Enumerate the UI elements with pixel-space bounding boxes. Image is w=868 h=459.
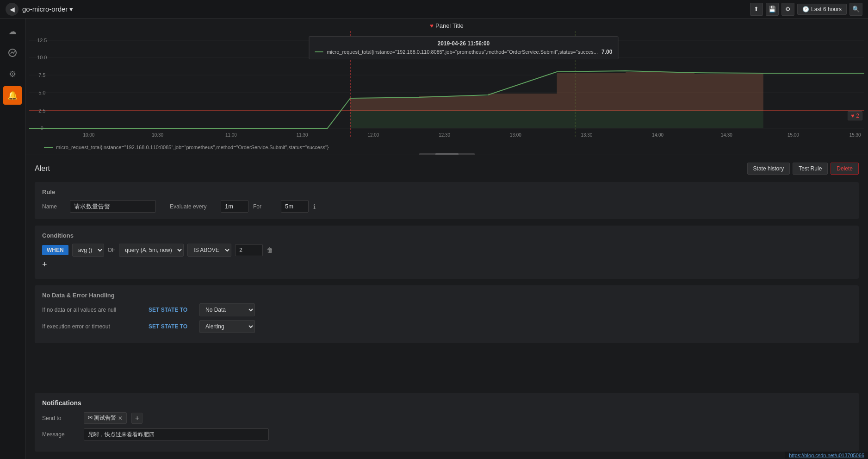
- svg-text:15:30: 15:30: [849, 132, 861, 138]
- top-bar: ◀ go-micro-order ▾ ⬆ 💾 ⚙ 🕐 Last 6 hours …: [0, 0, 868, 19]
- app-name-text: go-micro-order: [22, 5, 68, 13]
- svg-text:14:30: 14:30: [721, 132, 732, 138]
- svg-text:14:00: 14:00: [652, 132, 663, 138]
- info-icon[interactable]: ℹ: [313, 203, 316, 210]
- time-range-label: Last 6 hours: [811, 6, 842, 13]
- add-condition-row: +: [42, 260, 851, 269]
- svg-text:10:30: 10:30: [152, 132, 163, 138]
- svg-text:7.5: 7.5: [38, 72, 45, 78]
- for-input[interactable]: [281, 200, 309, 213]
- back-button[interactable]: ◀: [6, 3, 19, 16]
- message-label: Message: [42, 431, 79, 438]
- svg-text:13:00: 13:00: [510, 132, 521, 138]
- app-title: go-micro-order ▾: [22, 5, 73, 13]
- rule-name-label: Name: [42, 203, 65, 210]
- heart-badge-count: 2: [856, 113, 859, 119]
- message-row: Message: [42, 428, 851, 440]
- svg-text:13:30: 13:30: [581, 132, 593, 138]
- svg-text:15:00: 15:00: [787, 132, 799, 138]
- nodata-block: No Data & Error Handling If no data or a…: [35, 285, 859, 343]
- svg-text:10:00: 10:00: [83, 132, 95, 138]
- sidebar: ☁ ⚙ 🔔: [0, 19, 25, 459]
- func-select[interactable]: avg (): [72, 244, 104, 257]
- of-label: OF: [108, 247, 116, 253]
- nodata-row-1: If no data or all values are null SET ST…: [42, 303, 851, 316]
- query-select[interactable]: query (A, 5m, now): [119, 244, 184, 257]
- status-url: https://blog.csdn.net/u013705066: [789, 453, 864, 458]
- condition-delete-button[interactable]: 🗑: [267, 246, 273, 254]
- sidebar-item-chart[interactable]: [3, 44, 22, 62]
- tag-value: ✉ 测试告警: [88, 414, 116, 422]
- time-range-button[interactable]: 🕐 Last 6 hours: [797, 4, 847, 15]
- legend-text: micro_request_total{instance="192.168.0.…: [56, 145, 329, 150]
- share-button[interactable]: ⬆: [750, 3, 763, 16]
- threshold-input[interactable]: [235, 244, 263, 256]
- settings-button[interactable]: ⚙: [781, 3, 794, 16]
- content-area: ♥ Panel Title 2019-04-26 11:56:00 micro_…: [25, 19, 868, 459]
- delete-button[interactable]: Delete: [831, 163, 859, 175]
- top-bar-right: ⬆ 💾 ⚙ 🕐 Last 6 hours 🔍: [750, 3, 862, 16]
- tag-close-button[interactable]: ✕: [118, 415, 123, 421]
- notifications-block: Notifications Send to ✉ 测试告警 ✕ + Message: [35, 393, 859, 452]
- top-bar-left: ◀ go-micro-order ▾: [6, 3, 73, 16]
- alert-section-title: Alert: [35, 164, 50, 173]
- tooltip-line-indicator: [315, 51, 323, 52]
- heart-icon-badge: ♥: [851, 113, 854, 119]
- add-notification-button[interactable]: +: [131, 413, 143, 424]
- rule-block: Rule Name Evaluate every For ℹ: [35, 182, 859, 219]
- evaluate-input[interactable]: [221, 200, 248, 213]
- nodata-row1-label: If no data or all values are null: [42, 307, 144, 313]
- state-history-button[interactable]: State history: [747, 163, 790, 175]
- sidebar-item-cloud[interactable]: ☁: [3, 22, 22, 41]
- rule-block-title: Rule: [42, 189, 851, 195]
- send-to-label: Send to: [42, 415, 79, 421]
- svg-text:12:00: 12:00: [367, 132, 379, 138]
- rule-row: Name Evaluate every For ℹ: [42, 200, 851, 213]
- svg-text:2.5: 2.5: [38, 108, 45, 113]
- svg-text:12.5: 12.5: [37, 38, 47, 43]
- chart-tooltip: 2019-04-26 11:56:00 micro_request_total{…: [309, 36, 618, 59]
- status-bar[interactable]: https://blog.csdn.net/u013705066: [785, 452, 868, 459]
- alert-header: Alert State history Test Rule Delete: [35, 163, 859, 175]
- sidebar-item-alerts[interactable]: 🔔: [3, 86, 22, 105]
- svg-text:12:30: 12:30: [439, 132, 450, 138]
- conditions-title: Conditions: [42, 232, 851, 239]
- heart-icon: ♥: [430, 22, 434, 29]
- nodata-row2-label: If execution error or timeout: [42, 323, 144, 330]
- search-button[interactable]: 🔍: [849, 3, 862, 16]
- notifications-title: Notifications: [42, 399, 851, 407]
- dropdown-icon[interactable]: ▾: [69, 5, 73, 13]
- set-state-label-1: SET STATE TO: [149, 307, 195, 313]
- nodata-state-select[interactable]: No Data: [199, 303, 255, 316]
- tooltip-metric: micro_request_total{instance="192.168.0.…: [327, 49, 598, 55]
- svg-text:11:30: 11:30: [297, 132, 308, 138]
- error-state-select[interactable]: Alerting: [199, 320, 255, 333]
- evaluate-label: Evaluate every: [170, 203, 216, 210]
- chart-legend: micro_request_total{instance="192.168.0.…: [25, 144, 868, 151]
- conditions-block: Conditions WHEN avg () OF query (A, 5m, …: [35, 226, 859, 279]
- tooltip-row: micro_request_total{instance="192.168.0.…: [315, 49, 612, 55]
- condition-row-1: WHEN avg () OF query (A, 5m, now) IS ABO…: [42, 244, 851, 257]
- test-rule-button[interactable]: Test Rule: [793, 163, 828, 175]
- tooltip-value: 7.00: [601, 49, 612, 55]
- message-input[interactable]: [84, 428, 269, 440]
- save-button[interactable]: 💾: [766, 3, 779, 16]
- chart-scrollbar[interactable]: [419, 153, 475, 155]
- when-tag[interactable]: WHEN: [42, 245, 68, 255]
- clock-icon: 🕐: [802, 6, 809, 13]
- chart-area: ♥ Panel Title 2019-04-26 11:56:00 micro_…: [25, 19, 868, 155]
- send-to-row: Send to ✉ 测试告警 ✕ +: [42, 412, 851, 424]
- svg-text:5.0: 5.0: [38, 90, 45, 95]
- notifications-section: Notifications Send to ✉ 测试告警 ✕ + Message: [25, 385, 868, 459]
- for-label: For: [253, 203, 276, 210]
- main-layout: ☁ ⚙ 🔔 ♥ Panel Title 2019-04-26 11:56:00 …: [0, 19, 868, 459]
- chart-scrollbar-thumb[interactable]: [435, 153, 459, 155]
- rule-name-input[interactable]: [70, 200, 156, 213]
- operator-select[interactable]: IS ABOVE: [187, 244, 231, 257]
- sidebar-item-settings[interactable]: ⚙: [3, 65, 22, 83]
- legend-line: [44, 147, 53, 148]
- svg-text:0: 0: [41, 126, 43, 131]
- panel-title: ♥ Panel Title: [25, 22, 868, 29]
- nodata-title: No Data & Error Handling: [42, 292, 851, 299]
- add-condition-button[interactable]: +: [42, 260, 47, 269]
